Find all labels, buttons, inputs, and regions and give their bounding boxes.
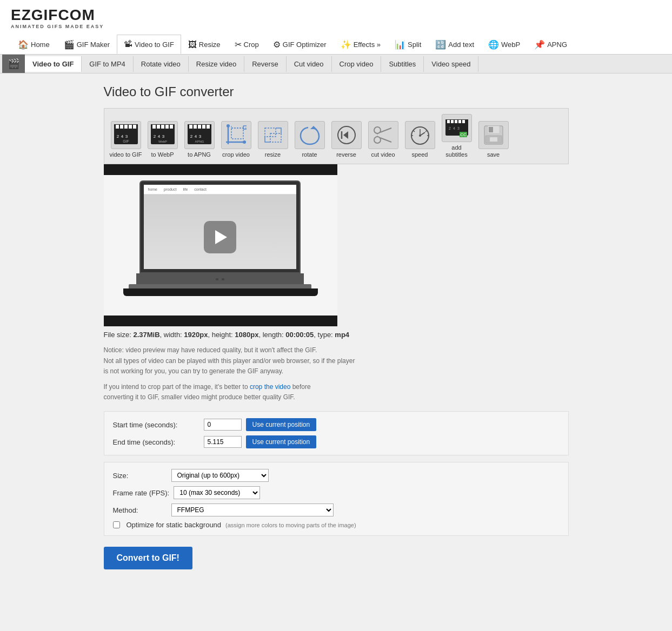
resize-icon: 🖼: [188, 40, 197, 50]
tool-save[interactable]: save: [477, 121, 510, 158]
svg-marker-42: [310, 126, 317, 129]
tool-to-webp[interactable]: 2 4 3 WebP to WebP: [147, 121, 179, 158]
nav-effects[interactable]: ✨ Effects »: [334, 35, 388, 54]
svg-text:4: 4: [194, 134, 197, 139]
nav-apng[interactable]: 📌 APNG: [527, 35, 574, 54]
laptop-hinge-dot2: [222, 278, 224, 280]
svg-marker-44: [343, 131, 348, 139]
svg-line-48: [380, 128, 391, 132]
nav-split[interactable]: 📊 Split: [388, 35, 428, 54]
use-current-position-start-button[interactable]: Use current position: [246, 418, 317, 431]
method-option-row: Method: FFMPEG ImageMagick: [113, 504, 560, 516]
start-time-row: Start time (seconds): Use current positi…: [113, 418, 560, 431]
optimize-checkbox[interactable]: [113, 521, 120, 528]
svg-rect-25: [194, 125, 197, 129]
subnav-reverse[interactable]: Reverse: [244, 56, 286, 72]
subnav-video-to-gif[interactable]: Video to GIF: [25, 56, 82, 72]
tool-label-cut-video: cut video: [371, 151, 395, 158]
svg-rect-2: [116, 125, 119, 129]
nav-add-text[interactable]: 🔡 Add text: [428, 35, 481, 54]
play-button[interactable]: [204, 221, 236, 253]
svg-rect-6: [133, 125, 136, 129]
svg-text:2: 2: [449, 126, 451, 130]
svg-line-49: [380, 138, 391, 142]
fps-select[interactable]: 5 (max 60 seconds) 10 (max 30 seconds) 1…: [174, 486, 260, 499]
screen-header-bar: home product life contact: [144, 185, 296, 194]
tool-rotate[interactable]: rotate: [294, 121, 326, 158]
svg-text:2: 2: [153, 134, 156, 139]
tool-icon-video-to-gif: 2 4 3 GIF: [111, 121, 141, 149]
nav-crop[interactable]: ✂ Crop: [228, 35, 266, 54]
play-triangle-icon: [215, 230, 227, 244]
subnav-cut-video[interactable]: Cut video: [287, 56, 332, 72]
svg-rect-26: [198, 125, 201, 129]
svg-rect-62: [458, 120, 461, 123]
nav-resize[interactable]: 🖼 Resize: [181, 35, 228, 54]
nav-video-to-gif[interactable]: 📽 Video to GIF: [117, 35, 181, 54]
tool-label-save: save: [487, 151, 500, 158]
svg-point-46: [374, 127, 381, 133]
tool-icon-reverse: [331, 121, 362, 149]
tool-to-apng[interactable]: 2 4 3 APNG to APNG: [183, 121, 216, 158]
tool-speed[interactable]: speed: [404, 121, 436, 158]
svg-text:APNG: APNG: [195, 140, 204, 143]
convert-button[interactable]: Convert to GIF!: [104, 547, 192, 569]
svg-rect-5: [129, 125, 132, 129]
screen-content: [144, 194, 296, 269]
svg-rect-35: [231, 128, 243, 139]
tool-label-to-webp: to WebP: [151, 151, 174, 158]
svg-rect-17: [170, 125, 173, 129]
file-width: 1920px: [184, 331, 208, 339]
size-select[interactable]: Original (up to 600px) 320px 480px 600px: [171, 469, 269, 482]
subnav-gif-to-mp4[interactable]: GIF to MP4: [82, 56, 133, 72]
site-logo: EZGIFCOM: [11, 6, 661, 24]
webp-icon: 🌐: [488, 39, 499, 50]
start-time-input[interactable]: [204, 419, 242, 431]
laptop-shadow: [123, 288, 318, 296]
method-label: Method:: [113, 506, 167, 514]
nav-webp[interactable]: 🌐 WebP: [481, 35, 527, 54]
tool-icon-crop-video: [221, 121, 251, 149]
video-player[interactable]: home product life contact: [104, 175, 337, 316]
nav-gif-maker[interactable]: 🎬 GIF Maker: [57, 35, 117, 54]
svg-point-36: [227, 124, 230, 127]
svg-rect-14: [157, 125, 160, 129]
svg-text:2: 2: [190, 134, 192, 139]
video-icon: 📽: [124, 39, 132, 49]
tool-cut-video[interactable]: cut video: [367, 121, 400, 158]
fps-option-row: Frame rate (FPS): 5 (max 60 seconds) 10 …: [113, 486, 560, 499]
tool-icon-speed: [405, 121, 435, 149]
home-icon: 🏠: [18, 39, 29, 50]
tool-video-to-gif[interactable]: 2 4 3 GIF video to GIF: [110, 121, 142, 158]
svg-rect-13: [152, 125, 156, 129]
svg-line-55: [413, 130, 415, 132]
tool-icon-to-webp: 2 4 3 WebP: [148, 121, 178, 149]
svg-text:3: 3: [125, 134, 128, 139]
tool-icon-add-subtitles: 2 4 3 CC: [442, 114, 472, 142]
tool-add-subtitles[interactable]: 2 4 3 CC add subtitles: [441, 114, 473, 158]
timing-settings: Start time (seconds): Use current positi…: [104, 411, 569, 455]
svg-text:4: 4: [453, 126, 455, 130]
size-label: Size:: [113, 472, 167, 480]
crop-video-link[interactable]: crop the video: [250, 383, 290, 391]
tool-resize[interactable]: resize: [257, 121, 289, 158]
svg-text:GIF: GIF: [123, 139, 129, 143]
nav-gif-optimizer[interactable]: ⚙ GIF Optimizer: [266, 35, 334, 54]
svg-rect-16: [165, 125, 169, 129]
subnav-video-speed[interactable]: Video speed: [424, 56, 478, 72]
file-info: File size: 2.37MiB, width: 1920px, heigh…: [104, 331, 569, 339]
subnav-resize-video[interactable]: Resize video: [189, 56, 244, 72]
use-current-position-end-button[interactable]: Use current position: [246, 435, 317, 448]
laptop-screen-frame: home product life contact: [139, 180, 301, 273]
nav-home[interactable]: 🏠 Home: [11, 35, 57, 54]
tool-reverse[interactable]: reverse: [330, 121, 363, 158]
svg-point-54: [419, 135, 421, 137]
subnav-rotate-video[interactable]: Rotate video: [134, 56, 189, 72]
video-container: home product life contact: [104, 164, 337, 326]
notice-text: Notice: video preview may have reduced q…: [104, 345, 569, 377]
subnav-crop-video[interactable]: Crop video: [332, 56, 382, 72]
end-time-input[interactable]: [204, 436, 242, 448]
tool-crop-video[interactable]: crop video: [220, 121, 252, 158]
method-select[interactable]: FFMPEG ImageMagick: [171, 504, 334, 516]
subnav-subtitles[interactable]: Subtitles: [381, 56, 424, 72]
